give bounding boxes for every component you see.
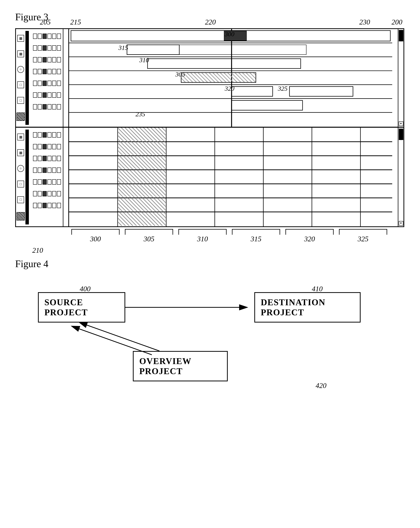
mb8 bbox=[38, 45, 42, 51]
mb17 bbox=[52, 57, 56, 62]
svg-rect-10 bbox=[127, 45, 306, 55]
icon-4: □ bbox=[17, 97, 24, 104]
mb18 bbox=[57, 57, 61, 62]
mb6 bbox=[57, 34, 61, 39]
mb7 bbox=[33, 45, 37, 51]
bottom-timeline-svg bbox=[69, 128, 398, 226]
module-row-b4 bbox=[33, 165, 61, 176]
mb20 bbox=[38, 69, 42, 74]
mbb27 bbox=[42, 179, 47, 185]
mb13 bbox=[33, 57, 37, 62]
mb23 bbox=[52, 69, 56, 74]
bracket-305: 305 bbox=[122, 229, 176, 243]
mb31 bbox=[33, 92, 37, 98]
source-project-label: SOURCE PROJECT bbox=[44, 297, 119, 317]
scrollbar-top[interactable]: ▼ bbox=[398, 29, 404, 127]
scrollbar-arrow-bottom[interactable]: ▼ bbox=[399, 221, 403, 226]
qr-icon bbox=[16, 112, 25, 121]
mb40 bbox=[48, 104, 51, 109]
sidebar-top: ▦ ▦ ○ □ □ bbox=[16, 29, 69, 127]
mb15 bbox=[42, 57, 47, 62]
module-row-2 bbox=[33, 42, 61, 54]
module-row-4 bbox=[33, 66, 61, 77]
ref-235-top: 235 bbox=[136, 111, 145, 118]
bracket-325: 325 bbox=[336, 229, 390, 243]
ref-210: 210 bbox=[32, 246, 43, 254]
figure3-frame: ▦ ▦ ○ □ □ bbox=[15, 28, 404, 227]
module-row-b3 bbox=[33, 153, 61, 164]
mb36 bbox=[57, 92, 61, 98]
module-icons-top bbox=[31, 29, 63, 127]
bracket-310: 310 bbox=[176, 229, 229, 243]
mbb34 bbox=[48, 191, 51, 196]
module-row-b5 bbox=[33, 176, 61, 188]
fig3-bottom-panel: ▦ ▦ ○ □ □ bbox=[16, 128, 404, 226]
mb21 bbox=[42, 69, 47, 74]
module-row-5 bbox=[33, 78, 61, 89]
mbb38 bbox=[38, 203, 42, 208]
bracket-320: 320 bbox=[283, 229, 336, 243]
mb26 bbox=[38, 81, 42, 86]
mbb7 bbox=[33, 144, 37, 149]
mbb10 bbox=[48, 144, 51, 149]
ref-400: 400 bbox=[80, 285, 90, 293]
mbb11 bbox=[52, 144, 56, 149]
fig3-main-top: 300 315 310 305 320 325 235 bbox=[69, 29, 398, 127]
scrollbar-arrow-top[interactable]: ▼ bbox=[399, 121, 403, 126]
scrollbar-thumb-top[interactable] bbox=[399, 30, 403, 41]
mb39 bbox=[42, 104, 47, 109]
ref-230: 230 bbox=[359, 18, 370, 26]
mbb12 bbox=[57, 144, 61, 149]
qr-icon-b bbox=[16, 212, 25, 220]
mb9 bbox=[42, 45, 47, 51]
mb42 bbox=[57, 104, 61, 109]
ref-305-top: 305 bbox=[175, 71, 185, 78]
figure3-container: 200 205 215 220 230 ▦ ▦ ○ □ □ bbox=[15, 28, 404, 243]
icon-b3: □ bbox=[17, 181, 24, 187]
mb22 bbox=[48, 69, 51, 74]
ref-320-top: 320 bbox=[225, 85, 235, 92]
icon-1: ▦ bbox=[17, 35, 24, 42]
mb16 bbox=[48, 57, 51, 62]
svg-rect-14 bbox=[289, 86, 353, 96]
scrollbar-thumb-bottom[interactable] bbox=[399, 129, 403, 140]
svg-rect-34 bbox=[118, 184, 166, 197]
mbb23 bbox=[52, 168, 56, 173]
mb29 bbox=[52, 81, 56, 86]
module-icons-bottom bbox=[31, 128, 63, 226]
mbb36 bbox=[57, 191, 61, 196]
mbb30 bbox=[57, 179, 61, 185]
mb24 bbox=[57, 69, 61, 74]
svg-rect-36 bbox=[118, 213, 166, 226]
svg-rect-32 bbox=[118, 156, 166, 169]
scrollbar-bottom[interactable]: ▼ bbox=[398, 128, 404, 226]
ref-325-top: 325 bbox=[278, 85, 287, 92]
mb28 bbox=[48, 81, 51, 86]
svg-rect-30 bbox=[118, 128, 166, 142]
icon-b-circle: ○ bbox=[17, 165, 24, 172]
mb27 bbox=[42, 81, 47, 86]
overview-project-label: OVERVIEW PROJECT bbox=[139, 356, 221, 376]
ref-410: 410 bbox=[312, 285, 323, 293]
mbb40 bbox=[48, 203, 51, 208]
svg-rect-35 bbox=[118, 198, 166, 211]
mb35 bbox=[52, 92, 56, 98]
sidebar-bottom: ▦ ▦ ○ □ □ bbox=[16, 128, 69, 226]
svg-rect-33 bbox=[118, 170, 166, 183]
ref-220: 220 bbox=[205, 18, 216, 26]
mbb19 bbox=[33, 168, 37, 173]
mbb8 bbox=[38, 144, 42, 149]
module-row-b6 bbox=[33, 188, 61, 199]
mb10 bbox=[48, 45, 51, 51]
sidebar-bar-top bbox=[25, 31, 29, 125]
ref-200: 200 bbox=[392, 18, 402, 26]
mbb28 bbox=[48, 179, 51, 185]
mbb3 bbox=[42, 132, 47, 138]
figure4-container: Figure 4 SOURCE PROJECT DESTINATION PROJ… bbox=[15, 258, 404, 395]
mb33 bbox=[42, 92, 47, 98]
mbb41 bbox=[52, 203, 56, 208]
icon-b2: ▦ bbox=[17, 149, 24, 156]
icon-b1: ▦ bbox=[17, 133, 24, 140]
ref-420: 420 bbox=[316, 381, 326, 390]
mbb32 bbox=[38, 191, 42, 196]
